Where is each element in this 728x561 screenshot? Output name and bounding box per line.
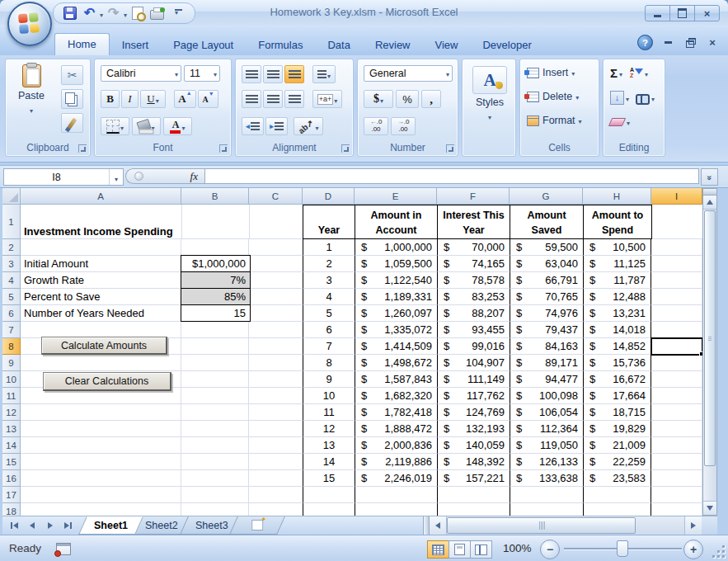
- cell-c[interactable]: [249, 388, 303, 404]
- cell-amount-in-account[interactable]: $1,059,500: [355, 256, 437, 272]
- cell-amount-in-account[interactable]: $1,498,672: [355, 355, 437, 371]
- clear-dropdown[interactable]: [627, 116, 630, 128]
- undo-button[interactable]: ↶: [80, 4, 99, 22]
- paste-button[interactable]: Paste: [10, 64, 53, 116]
- cell-i[interactable]: [651, 388, 702, 404]
- cell-i[interactable]: [651, 322, 702, 338]
- table-header-amount-in-account[interactable]: Amount in Account: [355, 205, 438, 239]
- last-sheet-button[interactable]: [60, 519, 77, 533]
- next-sheet-button[interactable]: [42, 519, 59, 533]
- workbook-minimize-button[interactable]: [660, 37, 675, 49]
- cell-year[interactable]: 1: [303, 239, 355, 256]
- insert-worksheet-tab[interactable]: [229, 516, 285, 535]
- cell-amount-to-spend[interactable]: $11,125: [583, 256, 651, 272]
- row-header-8-selected[interactable]: 8: [2, 338, 21, 355]
- fill-color-button[interactable]: [132, 117, 161, 135]
- cell-b[interactable]: [181, 437, 249, 454]
- tab-developer[interactable]: Developer: [470, 35, 543, 55]
- cell-amount-saved[interactable]: $79,437: [510, 322, 583, 338]
- cell-year[interactable]: 11: [303, 404, 355, 421]
- cell-c[interactable]: [249, 272, 303, 289]
- cell-interest-this-year[interactable]: $157,221: [437, 470, 510, 487]
- cell-c[interactable]: [249, 239, 303, 256]
- borders-button[interactable]: [101, 117, 129, 135]
- cell-amount-to-spend[interactable]: $13,231: [583, 305, 651, 322]
- table-header-amount-saved[interactable]: Amount Saved: [510, 205, 584, 239]
- cell-year[interactable]: 9: [303, 371, 355, 388]
- tab-formulas[interactable]: Formulas: [246, 35, 315, 55]
- clear-button[interactable]: [608, 118, 626, 126]
- cell-amount-to-spend[interactable]: $10,500: [583, 239, 651, 256]
- cell-year[interactable]: 12: [303, 421, 355, 437]
- shrink-font-button[interactable]: A▼: [198, 90, 218, 108]
- customize-quick-access-button[interactable]: [167, 4, 186, 22]
- cell-interest-this-year[interactable]: $83,253: [437, 289, 510, 305]
- alignment-dialog-launcher[interactable]: [341, 144, 350, 153]
- row-header-12[interactable]: 12: [2, 404, 21, 421]
- tab-view[interactable]: View: [423, 35, 471, 55]
- number-format-select[interactable]: General: [364, 65, 453, 82]
- vertical-scroll-track[interactable]: [703, 210, 716, 501]
- cell-amount-saved[interactable]: $112,364: [510, 421, 583, 437]
- middle-align-button[interactable]: [263, 65, 283, 83]
- cell-interest-this-year[interactable]: $88,207: [437, 305, 510, 322]
- name-box[interactable]: I8: [3, 168, 124, 186]
- row-header-9[interactable]: 9: [2, 355, 21, 371]
- cell-c[interactable]: [249, 355, 303, 371]
- cell-c[interactable]: [249, 338, 303, 355]
- scroll-down-button[interactable]: [703, 501, 716, 515]
- cell-year[interactable]: 10: [303, 388, 355, 404]
- column-header-d[interactable]: D: [303, 188, 355, 205]
- tab-sheet1[interactable]: Sheet1: [78, 516, 143, 535]
- cell-amount-in-account[interactable]: $2,246,019: [355, 470, 437, 487]
- cell-amount-in-account[interactable]: $1,587,843: [355, 371, 437, 388]
- font-color-dropdown[interactable]: [181, 120, 185, 133]
- zoom-out-button[interactable]: −: [540, 540, 560, 559]
- cell-amount-saved[interactable]: $70,765: [510, 289, 583, 305]
- cell-amount-to-spend[interactable]: $12,488: [583, 289, 651, 305]
- decrease-decimal-button[interactable]: →.0 .00: [391, 117, 416, 135]
- input-growth-rate[interactable]: 7%: [181, 271, 251, 289]
- cell-year[interactable]: 14: [303, 454, 355, 470]
- underline-dropdown[interactable]: [156, 93, 159, 106]
- minimize-button[interactable]: [645, 5, 670, 21]
- cell-b[interactable]: [181, 322, 249, 338]
- cell-amount-to-spend[interactable]: $18,715: [583, 404, 651, 421]
- cell-amount-in-account[interactable]: $1,682,320: [355, 388, 437, 404]
- first-sheet-button[interactable]: [6, 519, 22, 533]
- align-right-button[interactable]: [284, 90, 304, 108]
- underline-button[interactable]: U: [140, 90, 166, 108]
- scroll-up-button[interactable]: [703, 196, 716, 210]
- clear-calculations-button[interactable]: Clear Calculations: [43, 372, 171, 391]
- vertical-scrollbar[interactable]: [702, 188, 717, 516]
- cell-i[interactable]: [651, 256, 702, 272]
- row-header-5[interactable]: 5: [2, 289, 21, 305]
- table-header-year[interactable]: Year: [303, 205, 355, 239]
- cell-interest-this-year[interactable]: $78,578: [437, 272, 510, 289]
- column-header-e[interactable]: E: [355, 188, 437, 205]
- cell-i[interactable]: [651, 355, 702, 371]
- format-cells-dropdown[interactable]: [579, 115, 582, 126]
- undo-dropdown[interactable]: [100, 6, 103, 21]
- row-header-10[interactable]: 10: [2, 371, 21, 388]
- name-box-dropdown[interactable]: [109, 169, 123, 185]
- row-header-3[interactable]: 3: [2, 256, 21, 272]
- vertical-scroll-thumb[interactable]: [704, 210, 716, 466]
- cell-year[interactable]: 8: [303, 355, 355, 371]
- page-layout-view-button[interactable]: [449, 540, 471, 559]
- column-header-f[interactable]: F: [437, 188, 510, 205]
- cell-i[interactable]: [651, 289, 702, 305]
- zoom-slider-thumb[interactable]: [617, 540, 628, 557]
- cell-amount-to-spend[interactable]: $23,583: [583, 470, 651, 487]
- cell-amount-in-account[interactable]: $1,414,509: [355, 338, 437, 355]
- merge-center-button[interactable]: +a+: [312, 90, 342, 108]
- cell-interest-this-year[interactable]: $99,016: [437, 338, 510, 355]
- fill-button[interactable]: ↓: [610, 91, 624, 105]
- column-header-b[interactable]: B: [181, 188, 249, 205]
- vertical-split-handle[interactable]: [703, 189, 716, 196]
- row-header-11[interactable]: 11: [2, 388, 21, 404]
- cell-a[interactable]: [21, 454, 181, 470]
- worksheet-grid[interactable]: A B C D E F G H I 1 2 3 4 5 6 7 8 9 10 1…: [2, 188, 702, 516]
- horizontal-split-handle[interactable]: [423, 516, 430, 535]
- column-header-h[interactable]: H: [583, 188, 651, 205]
